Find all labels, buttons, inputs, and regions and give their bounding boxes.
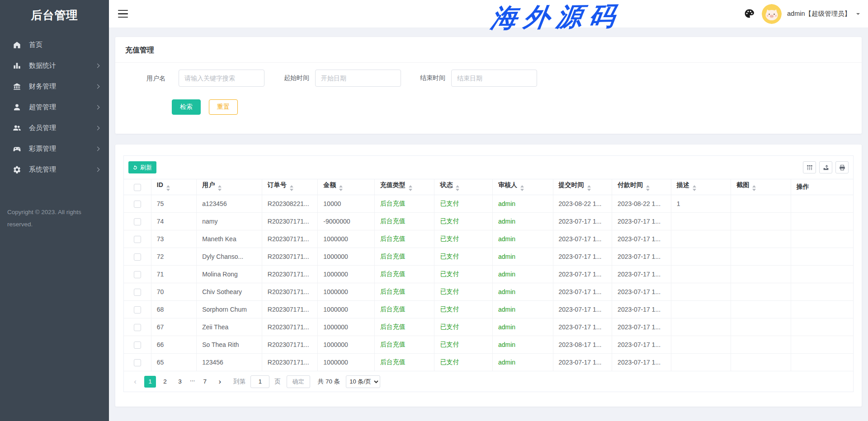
cell-type: 后台充值 <box>374 301 434 318</box>
cell-desc <box>671 336 731 354</box>
prev-page-button[interactable]: ‹ <box>129 376 141 388</box>
page-button-7[interactable]: 7 <box>199 376 211 388</box>
cell-screenshot <box>731 213 791 230</box>
column-header-order[interactable]: 订单号 <box>262 179 318 195</box>
row-checkbox[interactable] <box>134 359 141 366</box>
row-checkbox[interactable] <box>134 289 141 296</box>
page-button-3[interactable]: 3 <box>174 376 186 388</box>
cell-submit: 2023-08-17 1... <box>553 336 612 354</box>
column-header-label: 金额 <box>323 181 336 188</box>
next-page-button[interactable]: › <box>214 376 226 388</box>
goto-confirm-button[interactable]: 确定 <box>287 375 310 388</box>
export-icon <box>822 164 830 171</box>
cell-user: 123456 <box>197 354 262 371</box>
column-header-screenshot[interactable]: 截图 <box>731 179 791 195</box>
sidebar-item-home[interactable]: 首页 <box>0 34 109 55</box>
sidebar-menu: 首页数据统计财务管理超管管理会员管理彩票管理系统管理 <box>0 34 109 180</box>
sidebar-item-lottery[interactable]: 彩票管理 <box>0 138 109 159</box>
select-all-header-cell <box>124 179 151 195</box>
reset-button[interactable]: 重置 <box>209 99 238 115</box>
cell-submit: 2023-07-17 1... <box>553 266 612 283</box>
end-time-filter-label: 结束时间 <box>420 74 445 82</box>
row-checkbox[interactable] <box>134 324 141 331</box>
row-checkbox[interactable] <box>134 341 141 349</box>
refresh-button[interactable]: 刷新 <box>128 161 156 173</box>
username-filter-label: 用户名 <box>146 75 165 82</box>
cell-amount: 1000000 <box>318 301 375 318</box>
column-header-auditor[interactable]: 审核人 <box>492 179 553 195</box>
sort-icon <box>646 183 650 193</box>
row-checkbox[interactable] <box>134 253 141 261</box>
cell-action <box>791 248 853 266</box>
username-filter-input[interactable] <box>179 70 264 87</box>
cell-submit: 2023-07-17 1... <box>553 213 612 230</box>
row-checkbox[interactable] <box>134 201 141 208</box>
sort-icon <box>752 183 756 193</box>
cell-desc <box>671 230 731 248</box>
cell-auditor: admin <box>492 213 553 230</box>
cell-submit: 2023-07-17 1... <box>553 283 612 301</box>
cell-status: 已支付 <box>434 354 493 371</box>
sidebar-item-system[interactable]: 系统管理 <box>0 159 109 180</box>
chevron-right-icon <box>95 105 100 109</box>
export-button[interactable] <box>819 161 832 173</box>
print-button[interactable] <box>835 161 849 173</box>
sidebar-item-finance[interactable]: 财务管理 <box>0 76 109 97</box>
cell-order: R202307171... <box>262 266 318 283</box>
cell-status: 已支付 <box>434 336 493 354</box>
cell-pay: 2023-07-17 1... <box>612 266 671 283</box>
chart-icon <box>13 61 21 70</box>
gear-icon <box>13 165 21 174</box>
cell-type: 后台充值 <box>374 195 434 213</box>
row-checkbox[interactable] <box>134 271 141 278</box>
cell-order: R202307171... <box>262 213 318 230</box>
row-checkbox[interactable] <box>134 306 141 313</box>
cell-status: 已支付 <box>434 213 493 230</box>
sidebar-item-admins[interactable]: 超管管理 <box>0 97 109 117</box>
column-header-action: 操作 <box>791 179 853 195</box>
row-checkbox[interactable] <box>134 236 141 243</box>
sidebar-item-stats[interactable]: 数据统计 <box>0 55 109 76</box>
cell-action <box>791 283 853 301</box>
goto-page-input[interactable] <box>250 375 269 388</box>
per-page-select[interactable]: 10 条/页 <box>346 375 380 388</box>
end-date-input[interactable] <box>451 70 537 87</box>
row-checkbox[interactable] <box>134 218 141 225</box>
column-header-pay[interactable]: 付款时间 <box>612 179 671 195</box>
page-button-1[interactable]: 1 <box>144 376 156 388</box>
cell-id: 75 <box>151 195 196 213</box>
top-header: admin【超级管理员】 <box>109 0 868 28</box>
cell-screenshot <box>731 248 791 266</box>
sort-icon <box>520 183 524 193</box>
column-header-desc[interactable]: 描述 <box>671 179 731 195</box>
cell-screenshot <box>731 195 791 213</box>
column-header-amount[interactable]: 金额 <box>318 179 375 195</box>
sidebar-item-label: 会员管理 <box>29 124 56 132</box>
column-header-user[interactable]: 用户 <box>197 179 262 195</box>
column-header-status[interactable]: 状态 <box>434 179 493 195</box>
search-button[interactable]: 检索 <box>172 99 201 115</box>
column-header-id[interactable]: ID <box>151 179 196 195</box>
page-button-2[interactable]: 2 <box>159 376 171 388</box>
cell-action <box>791 266 853 283</box>
menu-toggle-icon[interactable] <box>118 10 128 18</box>
user-menu[interactable]: admin【超级管理员】 <box>762 4 860 24</box>
select-all-checkbox[interactable] <box>134 184 141 191</box>
columns-button[interactable] <box>803 161 816 173</box>
cell-type: 后台充值 <box>374 213 434 230</box>
sidebar-item-members[interactable]: 会员管理 <box>0 117 109 138</box>
header-right: admin【超级管理员】 <box>744 4 860 24</box>
main-area: 海外源码 <box>109 0 868 421</box>
cell-desc <box>671 354 731 371</box>
column-header-submit[interactable]: 提交时间 <box>553 179 612 195</box>
column-header-label: 提交时间 <box>559 181 584 188</box>
column-header-type[interactable]: 充值类型 <box>374 179 434 195</box>
table-row: 72Dyly Chanso...R202307171...1000000后台充值… <box>124 248 853 266</box>
table-row: 66So Thea RithR202307171...1000000后台充值已支… <box>124 336 853 354</box>
bank-icon <box>13 82 21 91</box>
cell-auditor: admin <box>492 354 553 371</box>
cell-type: 后台充值 <box>374 230 434 248</box>
start-date-input[interactable] <box>315 70 401 87</box>
row-checkbox-cell <box>124 301 151 318</box>
theme-palette-icon[interactable] <box>744 8 755 19</box>
